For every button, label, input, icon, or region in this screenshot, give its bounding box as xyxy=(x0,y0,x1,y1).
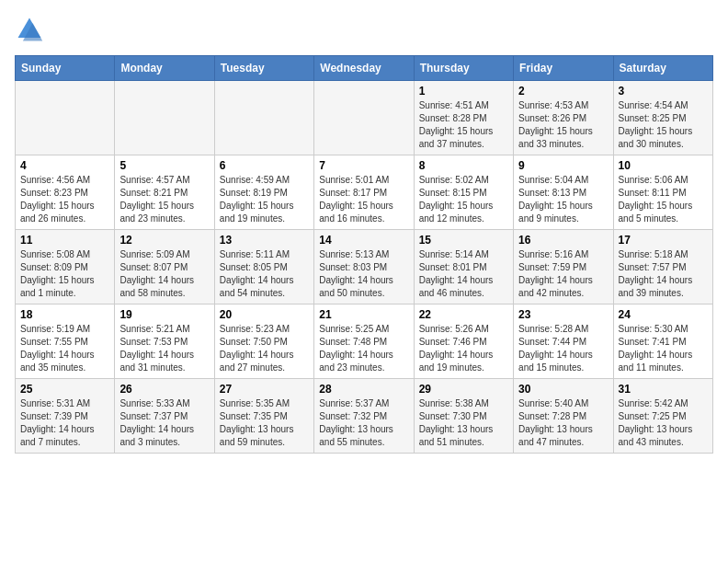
day-cell: 17Sunrise: 5:18 AM Sunset: 7:57 PM Dayli… xyxy=(613,230,712,304)
day-cell: 28Sunrise: 5:37 AM Sunset: 7:32 PM Dayli… xyxy=(314,379,414,454)
day-info: Sunrise: 5:18 AM Sunset: 7:57 PM Dayligh… xyxy=(619,248,708,300)
day-number: 22 xyxy=(419,308,508,321)
day-number: 20 xyxy=(220,308,309,321)
day-number: 27 xyxy=(220,383,309,396)
day-number: 6 xyxy=(220,159,309,172)
day-cell: 23Sunrise: 5:28 AM Sunset: 7:44 PM Dayli… xyxy=(514,304,613,379)
day-cell: 22Sunrise: 5:26 AM Sunset: 7:46 PM Dayli… xyxy=(414,304,513,379)
day-info: Sunrise: 5:33 AM Sunset: 7:37 PM Dayligh… xyxy=(119,397,209,449)
day-number: 8 xyxy=(419,159,508,172)
day-number: 11 xyxy=(20,234,109,247)
day-number: 30 xyxy=(518,383,608,396)
day-info: Sunrise: 4:51 AM Sunset: 8:28 PM Dayligh… xyxy=(419,99,508,151)
day-cell: 8Sunrise: 5:02 AM Sunset: 8:15 PM Daylig… xyxy=(414,155,513,230)
day-cell: 29Sunrise: 5:38 AM Sunset: 7:30 PM Dayli… xyxy=(414,379,513,454)
day-cell: 18Sunrise: 5:19 AM Sunset: 7:55 PM Dayli… xyxy=(16,304,115,379)
day-number: 4 xyxy=(20,159,109,172)
day-number: 28 xyxy=(319,383,408,396)
day-info: Sunrise: 5:08 AM Sunset: 8:09 PM Dayligh… xyxy=(20,248,109,300)
day-number: 31 xyxy=(619,383,708,396)
day-cell: 5Sunrise: 4:57 AM Sunset: 8:21 PM Daylig… xyxy=(115,155,214,230)
day-number: 16 xyxy=(518,234,608,247)
week-row-2: 4Sunrise: 4:56 AM Sunset: 8:23 PM Daylig… xyxy=(16,155,713,230)
day-cell: 26Sunrise: 5:33 AM Sunset: 7:37 PM Dayli… xyxy=(115,379,214,454)
day-number: 26 xyxy=(119,383,209,396)
logo-icon xyxy=(15,15,44,44)
day-info: Sunrise: 5:16 AM Sunset: 7:59 PM Dayligh… xyxy=(518,248,608,300)
day-number: 1 xyxy=(419,85,508,98)
day-number: 5 xyxy=(119,159,209,172)
day-cell: 3Sunrise: 4:54 AM Sunset: 8:25 PM Daylig… xyxy=(613,81,712,155)
day-number: 14 xyxy=(319,234,408,247)
day-cell: 31Sunrise: 5:42 AM Sunset: 7:25 PM Dayli… xyxy=(613,379,712,454)
day-cell: 13Sunrise: 5:11 AM Sunset: 8:05 PM Dayli… xyxy=(214,230,313,304)
logo xyxy=(15,15,48,44)
header-sunday: Sunday xyxy=(16,56,115,81)
day-info: Sunrise: 5:35 AM Sunset: 7:35 PM Dayligh… xyxy=(220,397,309,449)
day-info: Sunrise: 4:54 AM Sunset: 8:25 PM Dayligh… xyxy=(619,99,708,151)
day-number: 19 xyxy=(119,308,209,321)
day-info: Sunrise: 4:59 AM Sunset: 8:19 PM Dayligh… xyxy=(220,174,309,225)
day-info: Sunrise: 5:19 AM Sunset: 7:55 PM Dayligh… xyxy=(20,323,109,374)
day-cell: 2Sunrise: 4:53 AM Sunset: 8:26 PM Daylig… xyxy=(514,81,613,155)
day-info: Sunrise: 5:21 AM Sunset: 7:53 PM Dayligh… xyxy=(119,323,209,374)
day-number: 2 xyxy=(518,85,608,98)
day-number: 15 xyxy=(419,234,508,247)
day-info: Sunrise: 5:38 AM Sunset: 7:30 PM Dayligh… xyxy=(419,397,508,449)
week-row-4: 18Sunrise: 5:19 AM Sunset: 7:55 PM Dayli… xyxy=(16,304,713,379)
day-info: Sunrise: 5:26 AM Sunset: 7:46 PM Dayligh… xyxy=(419,323,508,374)
day-cell xyxy=(214,81,313,155)
day-cell: 25Sunrise: 5:31 AM Sunset: 7:39 PM Dayli… xyxy=(16,379,115,454)
day-info: Sunrise: 5:14 AM Sunset: 8:01 PM Dayligh… xyxy=(419,248,508,300)
day-number: 7 xyxy=(319,159,408,172)
page-header xyxy=(15,15,713,44)
day-cell: 10Sunrise: 5:06 AM Sunset: 8:11 PM Dayli… xyxy=(613,155,712,230)
day-cell: 6Sunrise: 4:59 AM Sunset: 8:19 PM Daylig… xyxy=(214,155,313,230)
day-number: 25 xyxy=(20,383,109,396)
day-info: Sunrise: 5:02 AM Sunset: 8:15 PM Dayligh… xyxy=(419,174,508,225)
day-cell: 12Sunrise: 5:09 AM Sunset: 8:07 PM Dayli… xyxy=(115,230,214,304)
day-cell: 24Sunrise: 5:30 AM Sunset: 7:41 PM Dayli… xyxy=(613,304,712,379)
day-number: 24 xyxy=(619,308,708,321)
day-info: Sunrise: 5:11 AM Sunset: 8:05 PM Dayligh… xyxy=(220,248,309,300)
day-number: 3 xyxy=(619,85,708,98)
day-cell: 14Sunrise: 5:13 AM Sunset: 8:03 PM Dayli… xyxy=(314,230,414,304)
day-number: 13 xyxy=(220,234,309,247)
day-info: Sunrise: 5:01 AM Sunset: 8:17 PM Dayligh… xyxy=(319,174,408,225)
day-info: Sunrise: 5:28 AM Sunset: 7:44 PM Dayligh… xyxy=(518,323,608,374)
day-number: 23 xyxy=(518,308,608,321)
day-cell: 16Sunrise: 5:16 AM Sunset: 7:59 PM Dayli… xyxy=(514,230,613,304)
day-info: Sunrise: 5:09 AM Sunset: 8:07 PM Dayligh… xyxy=(119,248,209,300)
day-cell: 9Sunrise: 5:04 AM Sunset: 8:13 PM Daylig… xyxy=(514,155,613,230)
day-cell: 7Sunrise: 5:01 AM Sunset: 8:17 PM Daylig… xyxy=(314,155,414,230)
header-friday: Friday xyxy=(514,56,613,81)
week-row-5: 25Sunrise: 5:31 AM Sunset: 7:39 PM Dayli… xyxy=(16,379,713,454)
header-thursday: Thursday xyxy=(414,56,513,81)
day-cell: 27Sunrise: 5:35 AM Sunset: 7:35 PM Dayli… xyxy=(214,379,313,454)
day-number: 10 xyxy=(619,159,708,172)
day-number: 17 xyxy=(619,234,708,247)
day-info: Sunrise: 5:37 AM Sunset: 7:32 PM Dayligh… xyxy=(319,397,408,449)
header-saturday: Saturday xyxy=(613,56,712,81)
day-cell xyxy=(314,81,414,155)
day-cell: 4Sunrise: 4:56 AM Sunset: 8:23 PM Daylig… xyxy=(16,155,115,230)
day-info: Sunrise: 5:06 AM Sunset: 8:11 PM Dayligh… xyxy=(619,174,708,225)
calendar-table: SundayMondayTuesdayWednesdayThursdayFrid… xyxy=(15,55,713,454)
header-tuesday: Tuesday xyxy=(214,56,313,81)
day-number: 9 xyxy=(518,159,608,172)
day-info: Sunrise: 5:25 AM Sunset: 7:48 PM Dayligh… xyxy=(319,323,408,374)
day-cell: 11Sunrise: 5:08 AM Sunset: 8:09 PM Dayli… xyxy=(16,230,115,304)
week-row-1: 1Sunrise: 4:51 AM Sunset: 8:28 PM Daylig… xyxy=(16,81,713,155)
day-info: Sunrise: 5:04 AM Sunset: 8:13 PM Dayligh… xyxy=(518,174,608,225)
day-info: Sunrise: 4:56 AM Sunset: 8:23 PM Dayligh… xyxy=(20,174,109,225)
day-info: Sunrise: 4:53 AM Sunset: 8:26 PM Dayligh… xyxy=(518,99,608,151)
day-info: Sunrise: 4:57 AM Sunset: 8:21 PM Dayligh… xyxy=(119,174,209,225)
day-number: 21 xyxy=(319,308,408,321)
day-cell xyxy=(16,81,115,155)
day-cell: 20Sunrise: 5:23 AM Sunset: 7:50 PM Dayli… xyxy=(214,304,313,379)
day-number: 29 xyxy=(419,383,508,396)
header-wednesday: Wednesday xyxy=(314,56,414,81)
day-info: Sunrise: 5:23 AM Sunset: 7:50 PM Dayligh… xyxy=(220,323,309,374)
day-info: Sunrise: 5:13 AM Sunset: 8:03 PM Dayligh… xyxy=(319,248,408,300)
header-row: SundayMondayTuesdayWednesdayThursdayFrid… xyxy=(16,56,713,81)
